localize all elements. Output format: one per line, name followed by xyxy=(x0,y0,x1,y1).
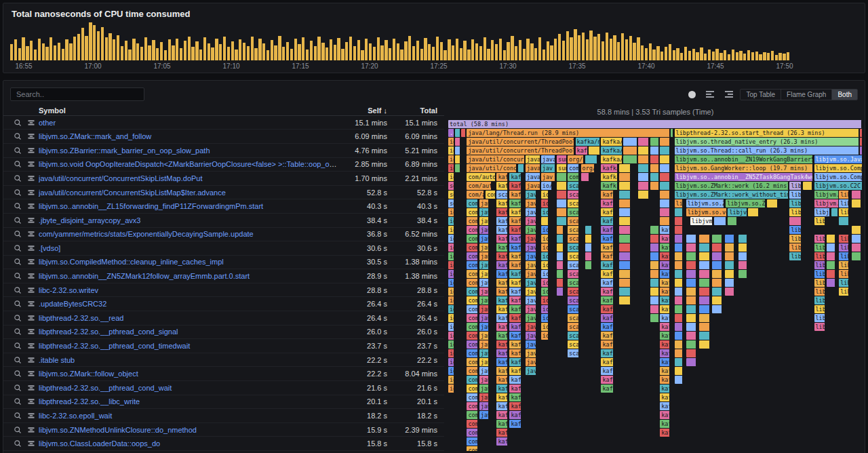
column-header-total[interactable]: Total xyxy=(391,106,444,115)
search-symbol-button[interactable] xyxy=(13,425,22,434)
flame-node[interactable] xyxy=(827,261,835,269)
sandwich-view-button[interactable] xyxy=(26,342,35,351)
flame-node[interactable] xyxy=(712,261,722,269)
flame-node[interactable]: scal xyxy=(568,182,579,190)
flame-node[interactable]: jav xyxy=(526,323,536,331)
flame-node[interactable]: kaf xyxy=(509,279,521,287)
flame-node[interactable] xyxy=(675,279,684,287)
flame-node[interactable] xyxy=(725,243,734,252)
flame-node[interactable]: jav xyxy=(479,217,489,225)
flame-node[interactable] xyxy=(557,191,567,199)
flame-node[interactable] xyxy=(675,261,684,269)
sandwich-view-button[interactable] xyxy=(26,439,35,448)
flame-node[interactable]: io xyxy=(541,261,549,269)
flame-node[interactable] xyxy=(650,261,659,269)
flame-node[interactable]: io/ xyxy=(448,376,454,384)
flame-node[interactable]: io/ xyxy=(448,385,454,393)
flame-node[interactable] xyxy=(650,288,659,296)
symbol-link[interactable]: libjvm.so.ClassLoaderData::oops_do xyxy=(39,439,160,448)
sandwich-view-button[interactable] xyxy=(26,425,35,434)
flame-node[interactable]: io/ xyxy=(541,208,549,216)
flame-node[interactable] xyxy=(660,208,670,216)
flame-node[interactable] xyxy=(623,155,637,163)
flame-node[interactable]: lib xyxy=(789,252,802,260)
symbol-link[interactable]: libpthread-2.32.so.__pthread_cond_timedw… xyxy=(39,342,190,350)
flame-node[interactable] xyxy=(699,235,709,243)
flame-node[interactable]: kafk xyxy=(601,376,614,384)
flame-node[interactable]: kafk xyxy=(496,270,507,278)
flame-node[interactable]: io/ xyxy=(448,252,454,260)
flame-node[interactable]: com xyxy=(467,437,477,446)
sandwich-view-button[interactable] xyxy=(26,328,35,336)
flame-node[interactable]: lib xyxy=(839,243,849,252)
search-symbol-button[interactable] xyxy=(13,272,22,281)
flame-node[interactable]: libj xyxy=(814,305,825,313)
flame-node[interactable]: libjvm.so.ZMark::work (16.2 mins) xyxy=(675,182,789,190)
sandwich-view-button[interactable] xyxy=(26,160,35,169)
flame-node[interactable] xyxy=(699,314,709,322)
flame-node[interactable]: kafk xyxy=(496,411,507,419)
symbol-link[interactable]: libpthread-2.32.so.__libc_write xyxy=(39,397,140,406)
flame-node[interactable]: kafk xyxy=(601,349,614,357)
flame-node[interactable]: kafk xyxy=(496,358,507,366)
flame-node[interactable]: kaf xyxy=(509,376,521,384)
flame-node[interactable]: jav xyxy=(526,235,536,243)
sandwich-view-button[interactable] xyxy=(26,313,35,322)
flame-node[interactable] xyxy=(585,243,592,252)
flame-node[interactable] xyxy=(675,243,684,252)
flame-node[interactable]: libjvm.so xyxy=(690,217,713,225)
flame-node[interactable]: sca xyxy=(568,226,579,234)
sandwich-view-button[interactable] xyxy=(26,258,35,267)
flame-node[interactable]: sca xyxy=(568,243,579,252)
symbol-link[interactable]: libjvm.so..annobin__ZL15forwarding_findP… xyxy=(39,202,263,210)
flame-node[interactable]: com xyxy=(467,420,477,428)
flame-node[interactable] xyxy=(557,252,564,260)
flame-node[interactable] xyxy=(686,296,696,304)
flame-node[interactable] xyxy=(860,129,863,137)
flame-node[interactable] xyxy=(660,155,670,163)
flame-node[interactable] xyxy=(585,252,592,260)
flame-node[interactable]: jav xyxy=(479,376,489,384)
flame-node[interactable]: io/o xyxy=(448,155,454,163)
flame-node[interactable]: jav xyxy=(526,358,536,366)
flame-node[interactable]: com xyxy=(467,367,477,375)
flame-node[interactable]: lib xyxy=(839,261,849,269)
flame-node[interactable] xyxy=(675,349,684,357)
flame-node[interactable]: kafk xyxy=(660,243,670,252)
flame-node[interactable] xyxy=(686,252,696,260)
flame-node[interactable] xyxy=(660,191,670,199)
flame-node[interactable] xyxy=(827,279,835,287)
flame-node[interactable] xyxy=(675,270,684,278)
flame-node[interactable] xyxy=(852,199,861,208)
flame-node[interactable]: kafk xyxy=(496,376,507,384)
flame-node[interactable] xyxy=(852,243,861,252)
flame-node[interactable]: kafk xyxy=(496,296,507,304)
flame-node[interactable]: jav xyxy=(479,367,489,375)
flame-node[interactable]: org/apa xyxy=(568,155,584,163)
search-symbol-button[interactable] xyxy=(13,370,22,378)
flame-node[interactable] xyxy=(650,164,659,172)
flame-node[interactable] xyxy=(852,226,861,234)
flame-node[interactable]: kaf xyxy=(509,288,521,296)
flame-node[interactable]: libjvm.so.thread_native_entry (26.3 mins… xyxy=(675,138,860,146)
flame-node[interactable]: io xyxy=(541,235,549,243)
flame-node[interactable]: com xyxy=(467,323,477,331)
flame-node[interactable]: io/ xyxy=(448,226,454,234)
symbol-link[interactable]: com/yammer/metrics/stats/ExponentiallyDe… xyxy=(39,230,254,238)
flame-node[interactable]: libjvm xyxy=(728,208,747,216)
flame-node[interactable]: java xyxy=(526,164,540,172)
flame-node[interactable]: kafk xyxy=(496,367,507,375)
flame-node[interactable]: kafk xyxy=(660,261,670,269)
flame-node[interactable]: kafk xyxy=(601,235,614,243)
flame-node[interactable] xyxy=(827,235,835,243)
flame-node[interactable]: kaf xyxy=(509,411,521,419)
flame-node[interactable]: kafk xyxy=(660,340,670,349)
flame-node[interactable]: lib xyxy=(789,199,802,208)
symbol-link[interactable]: libjvm.so.ZNMethodUnlinkClosure::do_nmet… xyxy=(39,426,197,434)
view-option-both[interactable]: Both xyxy=(831,90,857,100)
search-symbol-button[interactable] xyxy=(13,118,22,127)
flame-node[interactable] xyxy=(738,270,747,278)
flame-node[interactable] xyxy=(557,208,567,216)
flame-node[interactable]: kafka xyxy=(601,173,617,181)
flame-node[interactable]: kaf xyxy=(509,261,521,269)
